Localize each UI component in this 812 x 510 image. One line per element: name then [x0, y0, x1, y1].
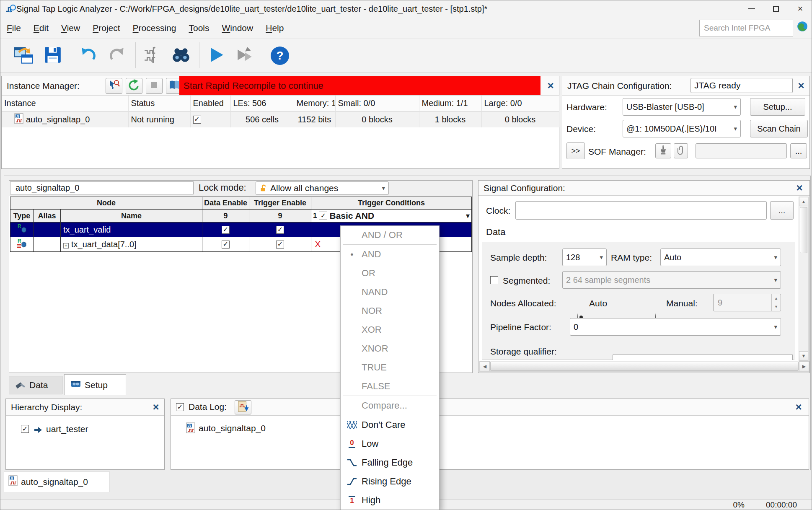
- globe-icon[interactable]: [796, 21, 808, 34]
- menu-item-or[interactable]: OR: [341, 264, 439, 282]
- compare-windows-button[interactable]: [11, 44, 36, 67]
- scroll-right-icon[interactable]: ▶: [799, 361, 809, 371]
- node-name[interactable]: tx_uart_valid: [61, 223, 202, 237]
- sample-depth-select[interactable]: 128 ▾: [562, 249, 607, 266]
- trigger-enable-checkbox[interactable]: ✓: [276, 241, 284, 249]
- close-button[interactable]: ×: [788, 0, 812, 17]
- data-log-item-label[interactable]: auto_signaltap_0: [199, 423, 266, 433]
- trigger-conditions-header[interactable]: Trigger Conditions: [311, 197, 472, 210]
- hierarchy-item-checkbox[interactable]: ✓: [21, 425, 29, 433]
- col-large[interactable]: Large: 0/0: [481, 96, 559, 111]
- scrollbar-thumb[interactable]: [490, 362, 799, 371]
- spinner-down-icon[interactable]: ▼: [772, 303, 781, 311]
- search-input[interactable]: [699, 20, 793, 36]
- instance-row[interactable]: auto_signaltap_0 Not running ✓ 506 cells…: [2, 111, 559, 127]
- col-small[interactable]: Small: 0/0: [335, 96, 419, 111]
- scroll-up-icon[interactable]: ▲: [799, 197, 808, 206]
- scroll-down-icon[interactable]: ▼: [799, 351, 808, 360]
- redo-button[interactable]: [105, 44, 129, 67]
- vertical-scrollbar[interactable]: ▲ ▼: [799, 197, 809, 361]
- menu-item-dont-care[interactable]: Don't Care: [341, 415, 439, 434]
- hardware-select[interactable]: USB-Blaster [USB-0] ▾: [623, 98, 741, 116]
- menu-file[interactable]: File: [0, 21, 27, 36]
- hierarchy-item-label[interactable]: uart_tester: [46, 424, 88, 434]
- spinner-up-icon[interactable]: ▲: [772, 294, 781, 303]
- expand-icon[interactable]: +: [63, 243, 69, 249]
- program-device-button[interactable]: [655, 143, 671, 158]
- col-status[interactable]: Status: [128, 96, 190, 111]
- menu-item-falling-edge[interactable]: Falling Edge: [341, 453, 439, 472]
- rapid-recompile-button[interactable]: [126, 78, 142, 94]
- run-analysis-button[interactable]: [204, 44, 228, 67]
- col-enabled[interactable]: Enabled: [190, 96, 230, 111]
- menu-item-nor[interactable]: NOR: [341, 301, 439, 320]
- find-button[interactable]: [169, 44, 193, 67]
- menu-project[interactable]: Project: [86, 21, 126, 36]
- tab-setup[interactable]: Setup: [64, 374, 126, 395]
- stop-analysis-button[interactable]: [146, 78, 163, 94]
- node-name[interactable]: +tx_uart_data[7..0]: [61, 237, 202, 252]
- data-enable-checkbox[interactable]: ✓: [222, 226, 230, 234]
- expand-sof-button[interactable]: >>: [566, 142, 585, 159]
- node-alias[interactable]: [34, 223, 61, 237]
- menu-item-true[interactable]: TRUE: [341, 358, 439, 377]
- hierarchy-close-button[interactable]: ×: [149, 401, 163, 413]
- menu-item-and[interactable]: ●AND: [341, 245, 439, 264]
- menu-item-false[interactable]: FALSE: [341, 377, 439, 396]
- menu-item-xor[interactable]: XOR: [341, 320, 439, 339]
- waveform-settings-button[interactable]: [140, 44, 165, 67]
- menu-window[interactable]: Window: [216, 21, 260, 36]
- maximize-button[interactable]: [764, 0, 788, 17]
- menu-item-xnor[interactable]: XNOR: [341, 339, 439, 358]
- sof-file-field[interactable]: [696, 143, 787, 158]
- clock-input[interactable]: [515, 201, 767, 220]
- sof-browse-button[interactable]: ...: [790, 143, 807, 158]
- menu-item-rising-edge[interactable]: Rising Edge: [341, 472, 439, 491]
- attach-sof-button[interactable]: [674, 143, 688, 158]
- save-button[interactable]: [41, 44, 65, 67]
- enabled-checkbox[interactable]: ✓: [193, 116, 201, 124]
- help-button[interactable]: ?: [268, 44, 292, 67]
- segmented-checkbox[interactable]: [490, 276, 498, 284]
- menu-processing[interactable]: Processing: [127, 21, 183, 36]
- menu-help[interactable]: Help: [259, 21, 290, 36]
- lock-mode-select[interactable]: Allow all changes ▾: [256, 181, 389, 195]
- undo-button[interactable]: [76, 44, 100, 67]
- trigger-enable-checkbox[interactable]: ✓: [276, 226, 284, 234]
- data-log-checkbox[interactable]: ✓: [176, 403, 184, 411]
- tab-data[interactable]: Data: [9, 376, 62, 394]
- jtag-close-button[interactable]: ×: [794, 79, 808, 92]
- menu-tools[interactable]: Tools: [182, 21, 215, 36]
- signal-configuration-close-button[interactable]: ×: [793, 181, 806, 194]
- hardware-setup-button[interactable]: Setup...: [750, 98, 805, 116]
- autorun-analysis-button[interactable]: [233, 44, 257, 67]
- col-medium[interactable]: Medium: 1/1: [419, 96, 481, 111]
- menu-item-nand[interactable]: NAND: [341, 282, 439, 301]
- menu-edit[interactable]: Edit: [27, 21, 55, 36]
- scan-chain-button[interactable]: Scan Chain: [750, 120, 808, 137]
- col-instance[interactable]: Instance: [2, 96, 128, 111]
- menu-view[interactable]: View: [55, 21, 86, 36]
- data-enable-checkbox[interactable]: ✓: [222, 241, 230, 249]
- minimize-button[interactable]: [740, 0, 764, 17]
- data-log-icon-button[interactable]: [235, 400, 251, 414]
- run-analysis-small-button[interactable]: [106, 78, 122, 94]
- scroll-left-icon[interactable]: ◀: [480, 361, 490, 371]
- node-alias[interactable]: [34, 237, 61, 252]
- scrollbar-thumb[interactable]: [800, 207, 807, 253]
- trigger-enable-header[interactable]: Trigger Enable: [249, 197, 311, 210]
- horizontal-scrollbar[interactable]: ◀ ▶: [479, 361, 809, 372]
- data-log-close-button[interactable]: ×: [792, 401, 805, 413]
- clock-browse-button[interactable]: ...: [770, 201, 794, 220]
- device-select[interactable]: @1: 10M50DA(.|ES)/10I ▾: [623, 120, 741, 137]
- trigger-condition-select[interactable]: 1 ✓ Basic AND ▾: [311, 210, 471, 222]
- menu-item-compare[interactable]: Compare...: [341, 396, 439, 415]
- pipeline-factor-select[interactable]: 0 ▾: [570, 318, 781, 336]
- trigger-condition-checkbox[interactable]: ✓: [319, 212, 327, 220]
- storage-qualifier-field[interactable]: [613, 354, 793, 360]
- menu-item-low[interactable]: 0Low: [341, 434, 439, 453]
- menu-item-high[interactable]: 1High: [341, 491, 439, 510]
- col-les[interactable]: LEs: 506: [230, 96, 294, 111]
- bottom-tab-auto-signaltap-0[interactable]: auto_signaltap_0: [4, 471, 109, 492]
- col-memory[interactable]: Memory: 1152: [294, 96, 335, 111]
